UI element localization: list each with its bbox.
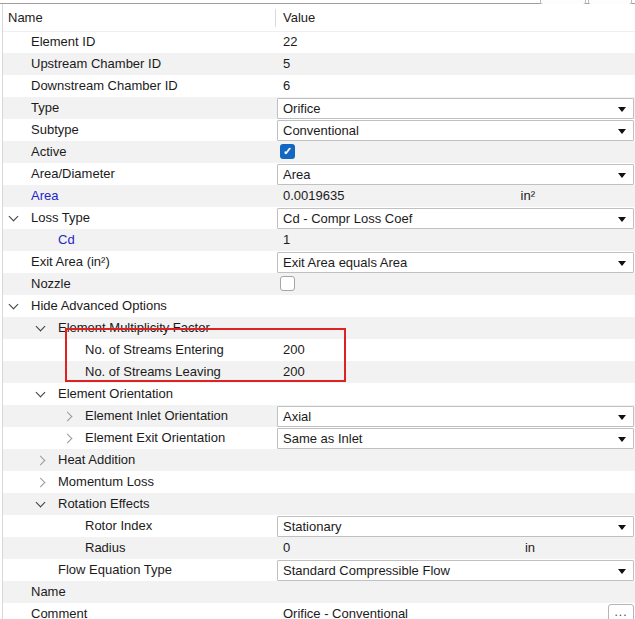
- name-cell: Exit Area (in²): [3, 251, 277, 273]
- value-comment[interactable]: Orifice - Conventional: [283, 603, 408, 619]
- property-name-label: Flow Equation Type: [58, 559, 172, 581]
- row-loss-type: Loss TypeCd - Compr Loss Coef: [3, 207, 635, 229]
- dropdown-subtype[interactable]: Conventional: [277, 120, 634, 141]
- dropdown-loss-type[interactable]: Cd - Compr Loss Coef: [277, 208, 634, 229]
- row-element-multiplicity-factor: Element Multiplicity Factor: [3, 317, 635, 339]
- name-cell: Nozzle: [3, 273, 277, 295]
- row-type: TypeOrifice: [3, 97, 635, 119]
- dropdown-rotor-index[interactable]: Stationary: [277, 516, 634, 537]
- value-radius[interactable]: 0: [283, 537, 290, 559]
- chevron-down-icon[interactable]: [36, 322, 46, 332]
- chevron-down-icon[interactable]: [36, 498, 46, 508]
- row-name: Name: [3, 581, 635, 603]
- value-cell: 0.0019635in²: [277, 185, 635, 207]
- row-upstream-chamber-id: Upstream Chamber ID5: [3, 53, 635, 75]
- value-upstream-chamber-id[interactable]: 5: [283, 53, 290, 75]
- row-momentum-loss: Momentum Loss: [3, 471, 635, 493]
- dropdown-exit-area-in[interactable]: Exit Area equals Area: [277, 252, 634, 273]
- dropdown-selected-value: Exit Area equals Area: [283, 253, 407, 272]
- chevron-right-icon[interactable]: [63, 412, 73, 422]
- name-cell: Radius: [3, 537, 277, 559]
- dropdown-caret-icon[interactable]: [618, 437, 626, 442]
- dropdown-caret-icon[interactable]: [618, 525, 626, 530]
- property-name-label: Subtype: [31, 119, 79, 141]
- name-cell: Active: [3, 141, 277, 163]
- value-no-of-streams-entering[interactable]: 200: [283, 339, 305, 361]
- name-cell: Upstream Chamber ID: [3, 53, 277, 75]
- name-cell: Type: [3, 97, 277, 119]
- row-area-diameter: Area/DiameterArea: [3, 163, 635, 185]
- value-cell: 6: [277, 75, 635, 97]
- property-name-label: Area: [31, 185, 58, 207]
- value-cell: [277, 493, 635, 515]
- value-cell: 200: [277, 339, 635, 361]
- property-name-label: Element Exit Orientation: [85, 427, 225, 449]
- value-element-id[interactable]: 22: [283, 31, 297, 53]
- property-name-label: Active: [31, 141, 66, 163]
- dropdown-element-inlet-orientation[interactable]: Axial: [277, 406, 634, 427]
- value-cell: [277, 317, 635, 339]
- ellipsis-button[interactable]: ...: [608, 604, 634, 619]
- value-cell: Same as Inlet: [277, 427, 635, 449]
- dropdown-caret-icon[interactable]: [618, 261, 626, 266]
- row-element-id: Element ID22: [3, 31, 635, 53]
- dropdown-element-exit-orientation[interactable]: Same as Inlet: [277, 428, 634, 449]
- name-cell: Momentum Loss: [3, 471, 277, 493]
- row-element-orientation: Element Orientation: [3, 383, 635, 405]
- name-cell: No. of Streams Entering: [3, 339, 277, 361]
- dropdown-selected-value: Conventional: [283, 121, 359, 140]
- dropdown-flow-equation-type[interactable]: Standard Compressible Flow: [277, 560, 634, 581]
- row-exit-area-in: Exit Area (in²)Exit Area equals Area: [3, 251, 635, 273]
- dropdown-selected-value: Standard Compressible Flow: [283, 561, 450, 580]
- value-cell: ✓: [277, 141, 635, 163]
- chevron-down-icon[interactable]: [9, 300, 19, 310]
- property-name-label: Comment: [31, 603, 87, 619]
- dropdown-type[interactable]: Orifice: [277, 98, 634, 119]
- property-name-label: Element Multiplicity Factor: [58, 317, 210, 339]
- row-flow-equation-type: Flow Equation TypeStandard Compressible …: [3, 559, 635, 581]
- value-cd[interactable]: 1: [283, 229, 290, 251]
- dropdown-area-diameter[interactable]: Area: [277, 164, 634, 185]
- chevron-down-icon[interactable]: [9, 212, 19, 222]
- dropdown-caret-icon[interactable]: [618, 173, 626, 178]
- dropdown-selected-value: Stationary: [283, 517, 342, 536]
- dropdown-caret-icon[interactable]: [618, 217, 626, 222]
- checkbox-nozzle[interactable]: [280, 276, 295, 291]
- name-cell: Element Orientation: [3, 383, 277, 405]
- value-cell: Orifice - Conventional...: [277, 603, 635, 619]
- value-column-header: Value: [283, 4, 315, 31]
- value-no-of-streams-leaving[interactable]: 200: [283, 361, 305, 383]
- row-subtype: SubtypeConventional: [3, 119, 635, 141]
- name-cell: Loss Type: [3, 207, 277, 229]
- property-name-label: Upstream Chamber ID: [31, 53, 161, 75]
- dropdown-selected-value: Orifice: [283, 99, 321, 118]
- dropdown-caret-icon[interactable]: [618, 415, 626, 420]
- dropdown-caret-icon[interactable]: [618, 107, 626, 112]
- name-cell: Element Inlet Orientation: [3, 405, 277, 427]
- value-cell: Stationary: [277, 515, 635, 537]
- dropdown-caret-icon[interactable]: [618, 569, 626, 574]
- checkbox-active[interactable]: ✓: [280, 144, 295, 159]
- property-grid-panel: Name Value Element ID22Upstream Chamber …: [0, 0, 635, 619]
- chevron-right-icon[interactable]: [36, 478, 46, 488]
- row-area: Area0.0019635in²: [3, 185, 635, 207]
- chevron-down-icon[interactable]: [36, 388, 46, 398]
- property-name-label: Element ID: [31, 31, 95, 53]
- dropdown-caret-icon[interactable]: [618, 129, 626, 134]
- chevron-right-icon[interactable]: [36, 456, 46, 466]
- row-downstream-chamber-id: Downstream Chamber ID6: [3, 75, 635, 97]
- name-cell: Area: [3, 185, 277, 207]
- value-downstream-chamber-id[interactable]: 6: [283, 75, 290, 97]
- value-cell: Exit Area equals Area: [277, 251, 635, 273]
- property-name-label: Rotor Index: [85, 515, 152, 537]
- name-cell: Downstream Chamber ID: [3, 75, 277, 97]
- column-divider[interactable]: [275, 9, 276, 27]
- row-rotation-effects: Rotation Effects: [3, 493, 635, 515]
- name-cell: Hide Advanced Options: [3, 295, 277, 317]
- name-cell: Element Exit Orientation: [3, 427, 277, 449]
- name-cell: Subtype: [3, 119, 277, 141]
- name-cell: Element Multiplicity Factor: [3, 317, 277, 339]
- value-cell: Cd - Compr Loss Coef: [277, 207, 635, 229]
- chevron-right-icon[interactable]: [63, 434, 73, 444]
- value-area[interactable]: 0.0019635: [283, 185, 344, 207]
